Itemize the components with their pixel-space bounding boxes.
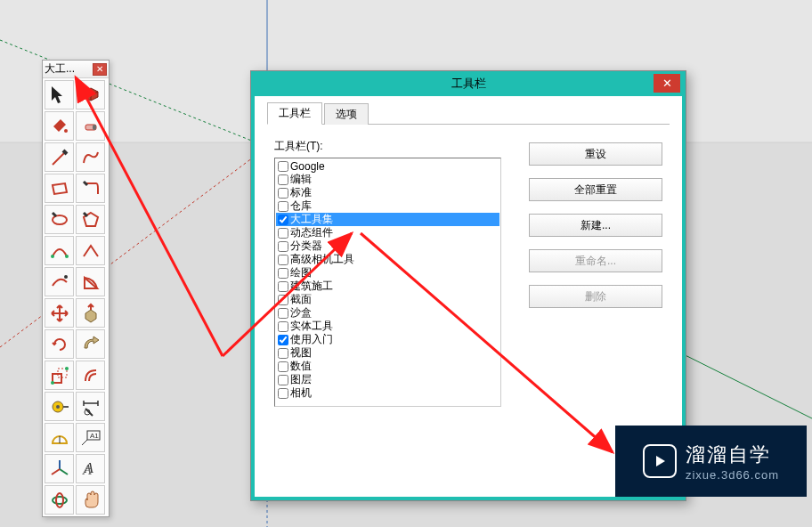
reset-button[interactable]: 重设 [529, 142, 662, 166]
list-item[interactable]: 绘图 [276, 266, 499, 280]
rename-button[interactable]: 重命名... [529, 249, 662, 272]
svg-point-16 [65, 367, 69, 370]
tab-strip: 工具栏 选项 [267, 105, 670, 125]
list-item[interactable]: 仓库 [276, 199, 499, 213]
close-icon: ✕ [662, 77, 672, 90]
2pt-arc-tool[interactable] [76, 236, 105, 265]
tab-toolbars[interactable]: 工具栏 [267, 102, 322, 125]
list-item-checkbox[interactable] [278, 161, 288, 172]
rectangle-tool[interactable] [45, 174, 74, 203]
list-item[interactable]: 数值 [276, 360, 499, 373]
delete-button[interactable]: 删除 [529, 285, 662, 308]
list-item[interactable]: 视图 [276, 346, 499, 360]
dialog-titlebar[interactable]: 工具栏 ✕ [251, 71, 686, 96]
list-item[interactable]: 建筑施工 [276, 280, 499, 293]
rotate-tool[interactable] [45, 329, 74, 359]
protractor-tool[interactable] [45, 423, 74, 452]
3d-text-tool[interactable]: AA [76, 454, 105, 483]
tab-options[interactable]: 选项 [324, 103, 369, 125]
play-icon [643, 444, 677, 478]
list-item-checkbox[interactable] [278, 375, 288, 385]
polygon-tool[interactable] [76, 205, 105, 234]
toolbar-close-button[interactable]: ✕ [93, 63, 107, 76]
list-item[interactable]: 相机 [276, 386, 499, 400]
list-area: 工具栏(T): Google编辑标准仓库大工具集动态组件分类器高级相机工具绘图建… [274, 139, 501, 407]
list-item-checkbox[interactable] [278, 321, 288, 332]
reset-all-button[interactable]: 全部重置 [529, 178, 662, 201]
dialog-title-text: 工具栏 [451, 76, 486, 92]
watermark-main: 溜溜自学 [686, 442, 771, 468]
eraser-tool[interactable] [76, 111, 105, 141]
circle-tool[interactable] [45, 205, 74, 234]
list-item[interactable]: 截面 [276, 293, 499, 306]
list-item-checkbox[interactable] [278, 295, 288, 305]
list-item-checkbox[interactable] [278, 174, 288, 185]
dialog-close-button[interactable]: ✕ [654, 74, 680, 93]
scale-tool[interactable] [45, 361, 74, 390]
tape-measure-tool[interactable] [45, 392, 74, 421]
list-item[interactable]: Google [276, 159, 499, 173]
list-label: 工具栏(T): [274, 139, 501, 154]
list-item[interactable]: 编辑 [276, 173, 499, 186]
paint-bucket-tool[interactable] [45, 111, 74, 141]
axes-tool[interactable] [45, 454, 74, 483]
move-tool[interactable] [45, 298, 74, 328]
followme-tool[interactable] [76, 329, 105, 359]
list-item-checkbox[interactable] [278, 281, 288, 292]
rotated-rectangle-tool[interactable] [76, 174, 105, 203]
list-item-checkbox[interactable] [278, 215, 288, 225]
svg-point-18 [56, 405, 60, 409]
toolbar-titlebar[interactable]: 大工... ✕ [43, 61, 109, 78]
select-tool[interactable] [45, 80, 74, 109]
list-item[interactable]: 使用入门 [276, 333, 499, 346]
list-item[interactable]: 动态组件 [276, 226, 499, 239]
orbit-tool[interactable] [45, 485, 74, 515]
3pt-arc-tool[interactable] [45, 267, 74, 296]
new-button[interactable]: 新建... [529, 214, 662, 237]
list-item[interactable]: 大工具集 [276, 213, 499, 226]
close-icon: ✕ [96, 64, 103, 74]
text-tool[interactable]: A1 [76, 423, 105, 452]
pie-tool[interactable] [76, 267, 105, 296]
list-item-checkbox[interactable] [278, 335, 288, 345]
svg-line-5 [0, 147, 267, 347]
list-item-checkbox[interactable] [278, 348, 288, 359]
list-item-checkbox[interactable] [278, 188, 288, 199]
list-item-checkbox[interactable] [278, 388, 288, 399]
svg-text:A: A [84, 460, 93, 475]
list-item-label: 相机 [290, 385, 312, 401]
svg-rect-13 [53, 374, 61, 383]
large-toolset-palette[interactable]: 大工... ✕ [42, 60, 110, 517]
list-item-checkbox[interactable] [278, 361, 288, 372]
list-item[interactable]: 分类器 [276, 239, 499, 253]
list-item[interactable]: 沙盒 [276, 306, 499, 320]
svg-rect-8 [93, 125, 96, 130]
svg-point-11 [65, 255, 69, 258]
list-item-checkbox[interactable] [278, 268, 288, 279]
list-item[interactable]: 高级相机工具 [276, 253, 499, 266]
svg-point-15 [51, 381, 54, 385]
dimension-tool[interactable] [76, 392, 105, 421]
pushpull-tool[interactable] [76, 298, 105, 328]
freehand-tool[interactable] [76, 142, 105, 172]
list-item-checkbox[interactable] [278, 241, 288, 252]
list-item-checkbox[interactable] [278, 201, 288, 212]
list-item-label: Google [290, 160, 325, 173]
svg-point-12 [64, 275, 68, 279]
watermark: 溜溜自学 zixue.3d66.com [615, 426, 807, 497]
watermark-sub: zixue.3d66.com [686, 468, 779, 482]
list-item-checkbox[interactable] [278, 308, 288, 319]
list-item-checkbox[interactable] [278, 255, 288, 265]
svg-text:A1: A1 [90, 432, 99, 440]
offset-tool[interactable] [76, 361, 105, 390]
list-item[interactable]: 图层 [276, 373, 499, 386]
arc-tool[interactable] [45, 236, 74, 265]
line-tool[interactable] [45, 142, 74, 172]
make-component-tool[interactable] [76, 80, 105, 109]
toolbars-list[interactable]: Google编辑标准仓库大工具集动态组件分类器高级相机工具绘图建筑施工截面沙盒实… [274, 158, 501, 407]
pan-tool[interactable] [76, 485, 105, 515]
list-item[interactable]: 实体工具 [276, 320, 499, 333]
list-item[interactable]: 标准 [276, 186, 499, 199]
button-column: 重设 全部重置 新建... 重命名... 删除 [528, 139, 662, 407]
list-item-checkbox[interactable] [278, 228, 288, 239]
